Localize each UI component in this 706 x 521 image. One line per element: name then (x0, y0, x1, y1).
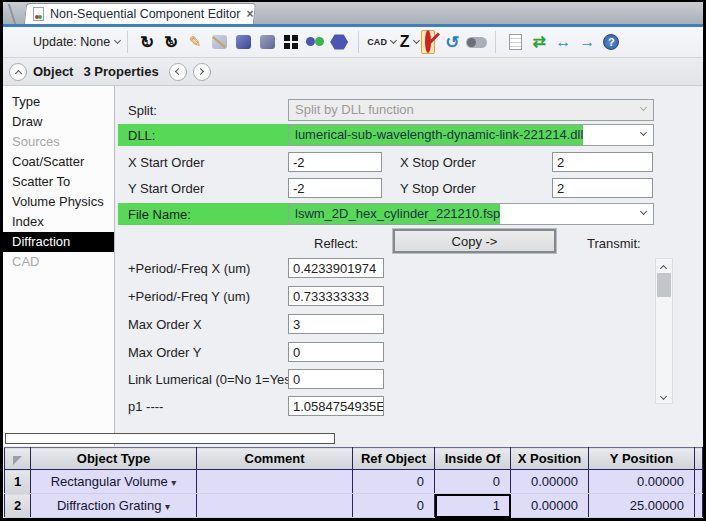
file-name-chevron-icon (640, 208, 647, 215)
x-start-order-input[interactable] (288, 152, 382, 172)
select-all-corner[interactable] (5, 448, 31, 470)
p1-input[interactable] (288, 396, 384, 416)
x-position-cell[interactable]: 0.00000 (511, 470, 589, 494)
swap-button[interactable]: ⇄ (528, 30, 550, 54)
update-all-button[interactable]: ↻A (160, 30, 182, 54)
comment-cell[interactable] (197, 494, 353, 518)
scrollbar-thumb[interactable] (657, 273, 671, 297)
update-once-button[interactable]: ↻1 (136, 30, 158, 54)
sidebar-item-draw[interactable]: Draw (3, 112, 114, 132)
update-chevron-icon[interactable] (114, 37, 121, 44)
col-header-y-position[interactable]: Y Position (589, 448, 695, 470)
object-table: Object Type Comment Ref Object Inside Of… (4, 447, 703, 518)
object-type-cell[interactable]: Rectangular Volume ▾ (31, 470, 197, 494)
col-header-ref-object[interactable]: Ref Object (353, 448, 435, 470)
inside-of-cell-selected[interactable]: 1 (435, 494, 511, 518)
sidebar-item-volume-physics[interactable]: Volume Physics (3, 192, 114, 212)
suppress-draw-button-active[interactable] (421, 30, 435, 54)
cad-dropdown[interactable]: CAD (367, 30, 396, 54)
period-freq-x-label: +Period/-Freq X (um) (128, 261, 250, 276)
y-stop-order-input[interactable] (552, 178, 653, 198)
toggle-switch[interactable] (465, 30, 487, 54)
tab-close-icon[interactable]: × (246, 7, 253, 21)
grid-view-button[interactable] (280, 30, 302, 54)
row-number[interactable]: 2 (5, 494, 31, 518)
sidebar-item-index[interactable]: Index (3, 212, 114, 232)
sidebar-item-sources: Sources (3, 132, 114, 152)
comment-cell[interactable] (197, 470, 353, 494)
editor-window: Non-Sequential Component Editor × Update… (3, 2, 703, 518)
properties-bar: Object 3 Properties (3, 58, 703, 86)
grid-icon (284, 35, 298, 49)
collapse-properties-button[interactable] (9, 63, 27, 81)
x-stop-order-label: X Stop Order (400, 155, 476, 170)
scroll-up-icon[interactable] (660, 265, 667, 272)
previous-object-button[interactable] (169, 63, 187, 81)
horizontal-scrollbar[interactable] (5, 433, 335, 444)
ref-object-cell[interactable]: 0 (353, 494, 435, 518)
sidebar-item-diffraction[interactable]: Diffraction (3, 232, 114, 252)
shaded-object-button[interactable] (256, 30, 278, 54)
chevron-up-icon (14, 69, 21, 76)
z-dropdown[interactable]: Z (398, 30, 420, 54)
copy-button[interactable]: Copy -> (393, 229, 556, 253)
sidebar-item-type[interactable]: Type (3, 92, 114, 112)
properties-count-label: 3 Properties (83, 64, 158, 79)
form-scrollbar[interactable] (655, 258, 673, 404)
x-position-cell[interactable]: 0.00000 (511, 494, 589, 518)
screenshot-frame: Non-Sequential Component Editor × Update… (0, 0, 706, 521)
ghost-object-button[interactable] (208, 30, 230, 54)
refresh-a-icon: ↻A (164, 34, 178, 51)
update-dropdown[interactable]: Update: None (33, 35, 110, 49)
fit-width-button[interactable]: ↔ (552, 30, 574, 54)
col-header-x-position[interactable]: X Position (511, 448, 589, 470)
dll-label: DLL: (128, 128, 155, 143)
table-header-row: Object Type Comment Ref Object Inside Of… (5, 448, 703, 470)
x-stop-order-input[interactable] (552, 152, 653, 172)
next-object-button[interactable] (193, 63, 211, 81)
max-order-x-input[interactable] (288, 314, 384, 334)
go-button[interactable]: → (576, 30, 598, 54)
pencil-icon: ✎ (189, 33, 202, 51)
solid-object-button[interactable] (232, 30, 254, 54)
scroll-down-icon[interactable] (660, 393, 667, 400)
max-order-y-input[interactable] (288, 342, 384, 362)
link-lumerical-input[interactable] (288, 369, 384, 389)
editor-doc-icon (33, 7, 44, 21)
y-stop-order-label: Y Stop Order (400, 181, 476, 196)
x-start-order-label: X Start Order (128, 155, 205, 170)
split-dropdown[interactable]: Split by DLL function (288, 99, 654, 121)
cell-dropdown-icon[interactable]: ▾ (171, 477, 176, 488)
cell-dropdown-icon[interactable]: ▾ (165, 501, 170, 512)
file-name-dropdown[interactable]: lswm_2D_hex_cylinder_221210.fsp (288, 203, 654, 225)
row-number[interactable]: 1 (5, 470, 31, 494)
spacer-cell (695, 470, 703, 494)
sidebar-item-scatter-to[interactable]: Scatter To (3, 172, 114, 192)
double-arrow-icon: ↔ (555, 34, 571, 50)
object-type-cell[interactable]: Diffraction Grating ▾ (31, 494, 197, 518)
y-position-cell[interactable]: 0.00000 (589, 470, 695, 494)
polygon-object-button[interactable] (328, 30, 350, 54)
hexagon-icon (330, 34, 348, 50)
notes-button[interactable] (504, 30, 526, 54)
dll-dropdown[interactable]: lumerical-sub-wavelength-dynamic-link-22… (288, 124, 654, 146)
col-header-object-type[interactable]: Object Type (31, 448, 197, 470)
toolbar-separator (495, 31, 496, 53)
col-header-comment[interactable]: Comment (197, 448, 353, 470)
chevron-right-icon (197, 68, 204, 75)
edit-object-button[interactable]: ✎ (184, 30, 206, 54)
undo-button[interactable]: ↺ (441, 30, 463, 54)
ray-dots-button[interactable] (304, 30, 326, 54)
y-start-order-input[interactable] (288, 178, 382, 198)
period-freq-y-input[interactable] (288, 286, 384, 306)
spacer-cell (695, 494, 703, 518)
ref-object-cell[interactable]: 0 (353, 470, 435, 494)
reflect-label: Reflect: (314, 236, 358, 251)
inside-of-cell[interactable]: 0 (435, 470, 511, 494)
col-header-inside-of[interactable]: Inside Of (435, 448, 511, 470)
y-position-cell[interactable]: 25.00000 (589, 494, 695, 518)
help-button[interactable]: ? (600, 30, 622, 54)
tab-content[interactable]: Non-Sequential Component Editor × (33, 5, 253, 23)
sidebar-item-coat-scatter[interactable]: Coat/Scatter (3, 152, 114, 172)
period-freq-x-input[interactable] (288, 258, 384, 278)
